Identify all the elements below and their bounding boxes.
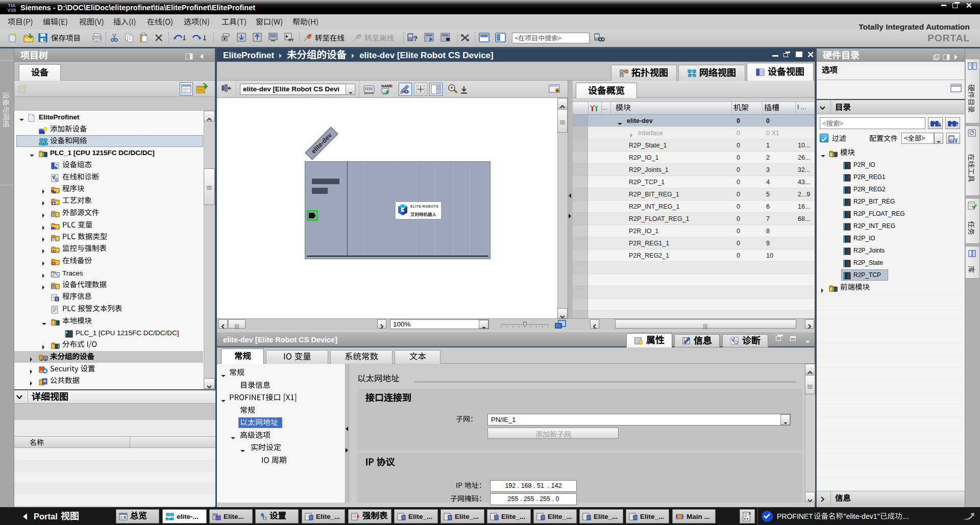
svg-text:NAME: NAME [381, 84, 393, 88]
svg-text:?: ? [413, 35, 418, 42]
svg-text:i: i [684, 339, 685, 344]
svg-text:RT: RT [288, 38, 294, 42]
